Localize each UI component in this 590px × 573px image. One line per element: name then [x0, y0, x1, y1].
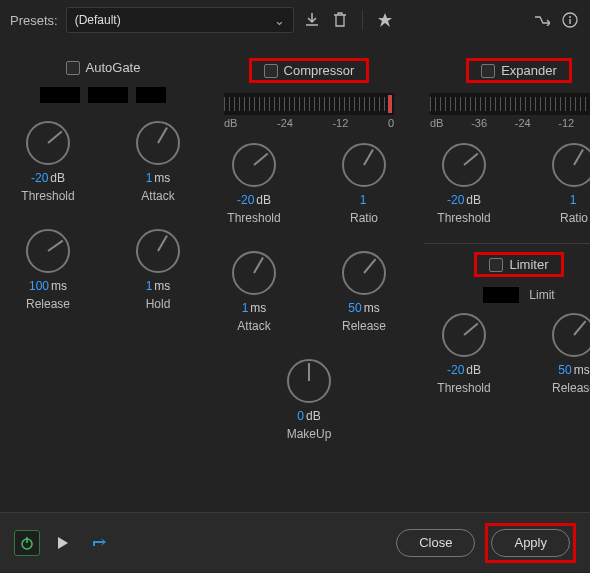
- expander-title: Expander: [501, 63, 557, 78]
- dial-value: 1: [570, 193, 577, 207]
- loop-button[interactable]: [86, 530, 112, 556]
- limiter-checkbox[interactable]: [489, 258, 503, 272]
- dial-label: MakeUp: [269, 427, 349, 441]
- dial-unit: ms: [364, 301, 380, 315]
- compressor-attack-dial[interactable]: 1ms Attack: [214, 247, 294, 333]
- dial-needle: [363, 149, 374, 166]
- autogate-display: [8, 87, 198, 103]
- limiter-release-dial[interactable]: 50ms Release: [534, 309, 590, 395]
- autogate-threshold-dial[interactable]: -20dB Threshold: [8, 117, 88, 203]
- dial-needle: [308, 363, 310, 381]
- autogate-release-dial[interactable]: 100ms Release: [8, 225, 88, 311]
- bottom-toolbar: Close Apply: [0, 512, 590, 572]
- expander-scale: dB -36 -24 -12 0: [430, 117, 590, 129]
- close-button[interactable]: Close: [396, 529, 475, 557]
- dial-label: Release: [324, 319, 404, 333]
- dial-needle: [363, 259, 376, 274]
- dial-label: Attack: [214, 319, 294, 333]
- preset-value: (Default): [75, 13, 121, 27]
- expander-header[interactable]: Expander: [466, 58, 572, 83]
- save-preset-icon[interactable]: [302, 10, 322, 30]
- main-panel: AutoGate -20dB Threshold 1ms Attack 100: [0, 40, 590, 512]
- play-button[interactable]: [50, 530, 76, 556]
- compressor-scale: dB -24 -12 0: [224, 117, 394, 129]
- dial-value: 100: [29, 279, 49, 293]
- compressor-header[interactable]: Compressor: [249, 58, 370, 83]
- dial-needle: [463, 323, 478, 336]
- routing-icon[interactable]: [532, 10, 552, 30]
- dial-value: 1: [146, 279, 153, 293]
- expander-threshold-dial[interactable]: -20dB Threshold: [424, 139, 504, 225]
- scale-label: -12: [332, 117, 348, 129]
- limiter-threshold-dial[interactable]: -20dB Threshold: [424, 309, 504, 395]
- compressor-release-dial[interactable]: 50ms Release: [324, 247, 404, 333]
- compressor-meter: [224, 93, 394, 115]
- scale-label: -24: [515, 117, 531, 129]
- expander-ratio-dial[interactable]: 1 Ratio: [534, 139, 590, 225]
- dial-label: Ratio: [534, 211, 590, 225]
- autogate-hold-dial[interactable]: 1ms Hold: [118, 225, 198, 311]
- dial-value: 0: [297, 409, 304, 423]
- dial-value: 1: [242, 301, 249, 315]
- limit-indicator: [483, 287, 519, 303]
- dial-unit: dB: [306, 409, 321, 423]
- dial-unit: dB: [466, 363, 481, 377]
- expander-meter: [430, 93, 590, 115]
- info-icon[interactable]: [560, 10, 580, 30]
- apply-button[interactable]: Apply: [491, 529, 570, 557]
- dial-label: Threshold: [214, 211, 294, 225]
- dial-unit: ms: [51, 279, 67, 293]
- dial-needle: [157, 127, 168, 144]
- compressor-section: Compressor dB -24 -12 0 -20dB Threshold …: [206, 40, 412, 512]
- dial-unit: dB: [256, 193, 271, 207]
- autogate-section: AutoGate -20dB Threshold 1ms Attack 100: [0, 40, 206, 512]
- power-button[interactable]: [14, 530, 40, 556]
- dial-unit: ms: [250, 301, 266, 315]
- dial-needle: [573, 321, 586, 336]
- autogate-checkbox[interactable]: [66, 61, 80, 75]
- dial-value: 50: [348, 301, 361, 315]
- scale-label: -36: [471, 117, 487, 129]
- svg-rect-4: [26, 537, 28, 543]
- star-icon[interactable]: [375, 10, 395, 30]
- dial-needle: [573, 149, 584, 166]
- limit-label: Limit: [529, 288, 554, 302]
- presets-label: Presets:: [10, 13, 58, 28]
- dial-needle: [253, 153, 268, 166]
- autogate-attack-dial[interactable]: 1ms Attack: [118, 117, 198, 203]
- toolbar-divider: [362, 10, 363, 30]
- autogate-title: AutoGate: [86, 60, 141, 75]
- limiter-display: Limit: [424, 287, 590, 303]
- dial-unit: ms: [154, 171, 170, 185]
- dial-value: 1: [146, 171, 153, 185]
- dial-needle: [157, 235, 168, 252]
- dial-unit: ms: [154, 279, 170, 293]
- compressor-ratio-dial[interactable]: 1 Ratio: [324, 139, 404, 225]
- compressor-title: Compressor: [284, 63, 355, 78]
- dial-label: Threshold: [8, 189, 88, 203]
- top-toolbar: Presets: (Default) ⌄: [0, 0, 590, 40]
- dial-unit: ms: [574, 363, 590, 377]
- compressor-makeup-dial[interactable]: 0dB MakeUp: [269, 355, 349, 441]
- gate-segment: [88, 87, 128, 103]
- dial-needle: [463, 153, 478, 166]
- gate-segment: [40, 87, 80, 103]
- dial-value: 1: [360, 193, 367, 207]
- dial-needle: [47, 131, 62, 144]
- limiter-header[interactable]: Limiter: [474, 252, 563, 277]
- compressor-checkbox[interactable]: [264, 64, 278, 78]
- dial-value: -20: [31, 171, 48, 185]
- dial-needle: [253, 257, 264, 274]
- autogate-header[interactable]: AutoGate: [60, 58, 147, 77]
- scale-label: dB: [224, 117, 237, 129]
- preset-select[interactable]: (Default) ⌄: [66, 7, 294, 33]
- expander-checkbox[interactable]: [481, 64, 495, 78]
- compressor-threshold-dial[interactable]: -20dB Threshold: [214, 139, 294, 225]
- scale-label: dB: [430, 117, 443, 129]
- dial-value: -20: [447, 193, 464, 207]
- scale-label: -24: [277, 117, 293, 129]
- dial-label: Ratio: [324, 211, 404, 225]
- svg-rect-2: [569, 19, 570, 24]
- trash-icon[interactable]: [330, 10, 350, 30]
- dial-label: Threshold: [424, 381, 504, 395]
